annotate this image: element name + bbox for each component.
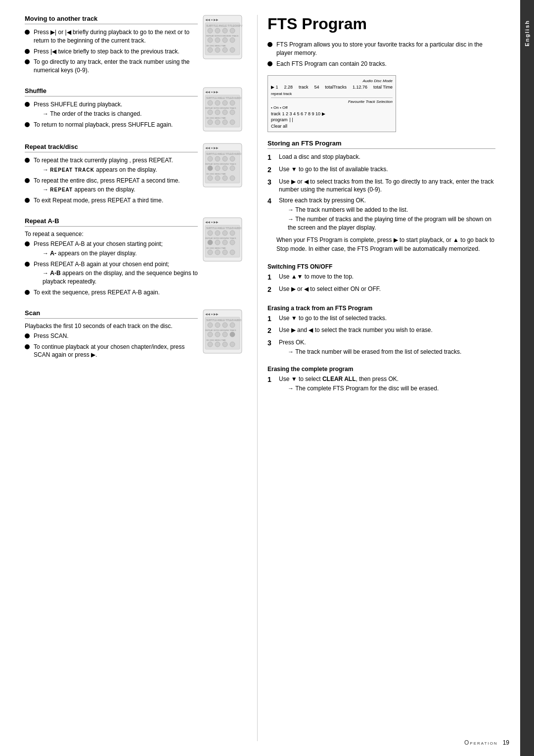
- svg-point-23: [215, 100, 220, 105]
- step-num: 1: [267, 153, 276, 163]
- list-item: Press ▶| or |◀ briefly during playback t…: [25, 28, 198, 45]
- svg-point-9: [208, 38, 213, 43]
- svg-point-4: [208, 28, 213, 33]
- svg-point-61: [230, 231, 235, 236]
- svg-point-69: [215, 250, 220, 255]
- section-moving-to-another-track: Moving to another track Press ▶| or |◀ b…: [25, 15, 242, 77]
- svg-point-86: [208, 342, 213, 347]
- step-text: Load a disc and stop playback.: [279, 153, 360, 161]
- erasing-track-steps: 1 Use ▼ to go to the list of selected tr…: [267, 314, 495, 356]
- svg-point-5: [215, 28, 220, 33]
- svg-point-59: [215, 231, 220, 236]
- list-item: 2 Use ▶ and ◀ to select the track number…: [267, 326, 495, 336]
- bullet-dot: [25, 178, 30, 183]
- section-scan-remote-row: Scan Playbacks the first 10 seconds of e…: [25, 309, 242, 362]
- storing-steps: 1 Load a disc and stop playback. 2 Use ▼…: [267, 153, 495, 232]
- svg-point-34: [222, 120, 227, 125]
- svg-point-78: [222, 323, 227, 328]
- remote-svg-repeat: ◀◀ ● ▶▶ SUBTITLE ANGLE TITLE/D AUDIO REP…: [203, 143, 242, 188]
- svg-text:◀◀ ● ▶▶: ◀◀ ● ▶▶: [205, 221, 219, 224]
- section-erasing-track: Erasing a track from an FTS Program 1 Us…: [267, 305, 495, 356]
- svg-text:SUBTITLE ANGLE TITLE/D AUDIO: SUBTITLE ANGLE TITLE/D AUDIO: [206, 153, 241, 155]
- section-repeat-ab-remote-row: Repeat A-B To repeat a sequence: Press R…: [25, 217, 242, 299]
- svg-point-6: [222, 28, 227, 33]
- fts-program-label: program: [271, 117, 288, 122]
- svg-point-14: [208, 47, 213, 52]
- footer-page-number: 19: [503, 739, 509, 746]
- svg-text:OK DISC MENU TIME: OK DISC MENU TIME: [206, 173, 226, 175]
- page-title: FTS Program: [267, 15, 495, 33]
- repeat-text: Repeat track/disc To repeat the track cu…: [25, 143, 198, 207]
- svg-text:◀◀ ● ▶▶: ◀◀ ● ▶▶: [205, 18, 219, 21]
- bullet-dot: [267, 61, 272, 66]
- bullet-dot: [25, 344, 30, 349]
- fts-track-label: track: [299, 85, 309, 90]
- fts-repeat-track-label: repeat track: [271, 92, 393, 96]
- bullet-text: To continue playback at your chosen chap…: [34, 343, 198, 360]
- svg-point-30: [230, 110, 235, 115]
- svg-point-45: [208, 166, 213, 171]
- fts-intro-bullets: FTS Program allows you to store your fav…: [267, 41, 495, 68]
- svg-point-66: [230, 240, 235, 245]
- svg-point-33: [215, 120, 220, 125]
- step-num: 2: [267, 285, 276, 295]
- shuffle-text: Shuffle Press SHUFFLE during playback. T…: [25, 87, 198, 131]
- small-caps-text: REPEAT: [50, 187, 73, 192]
- note-arrow: The order of the tracks is changed.: [43, 110, 142, 118]
- bullet-text: To repeat the entire disc, press REPEAT …: [34, 177, 180, 194]
- remote-image-moving: ◀◀ ● ▶▶ SUBTITLE ANGLE TITLE/DISP AUDIO …: [203, 15, 242, 61]
- svg-text:OK DISC MENU TIME: OK DISC MENU TIME: [206, 117, 226, 119]
- bullet-text: To go directly to any track, enter the t…: [34, 58, 198, 75]
- side-tab: English: [520, 0, 534, 756]
- bullet-text: To exit Repeat mode, press REPEAT a thir…: [34, 196, 163, 205]
- list-item: To exit Repeat mode, press REPEAT a thir…: [25, 196, 198, 205]
- svg-point-64: [215, 240, 220, 245]
- left-column: Moving to another track Press ▶| or |◀ b…: [25, 15, 257, 741]
- right-column: FTS Program FTS Program allows you to st…: [257, 15, 495, 741]
- remote-svg-shuffle: ◀◀ ● ▶▶ SUBTITLE ANGLE TITLE/D AUDIO REP…: [203, 87, 242, 132]
- remote-svg-moving: ◀◀ ● ▶▶ SUBTITLE ANGLE TITLE/DISP AUDIO …: [203, 15, 242, 59]
- svg-point-16: [222, 47, 227, 52]
- svg-point-58: [208, 231, 213, 236]
- section-storing-fts: Storing an FTS Program 1 Load a disc and…: [267, 140, 495, 253]
- step-text: Use ▶ or ◀ to select tracks from the lis…: [279, 178, 495, 194]
- svg-point-10: [215, 38, 220, 43]
- bullet-text: Press REPEAT A-B again at your chosen en…: [34, 260, 198, 286]
- fts-track-row: track 1 2 3 4 5 6 7 8 9 10 ▶: [271, 111, 393, 116]
- svg-point-82: [215, 332, 220, 337]
- svg-point-41: [215, 156, 220, 161]
- section-repeat-track-disc: Repeat track/disc To repeat the track cu…: [25, 143, 242, 207]
- section-scan: Scan Playbacks the first 10 seconds of e…: [25, 309, 242, 362]
- remote-image-shuffle: ◀◀ ● ▶▶ SUBTITLE ANGLE TITLE/D AUDIO REP…: [203, 87, 242, 133]
- bullet-dot: [267, 42, 272, 47]
- bullet-dot: [25, 158, 30, 163]
- step-num: 1: [267, 273, 276, 283]
- svg-text:REPEAT INTROS BROWSE TRACK: REPEAT INTROS BROWSE TRACK: [206, 35, 239, 37]
- step-text: Press OK. The track number will be erase…: [279, 338, 461, 356]
- list-item: Press REPEAT A-B again at your chosen en…: [25, 260, 198, 286]
- remote-svg-repeat-ab: ◀◀ ● ▶▶ SUBTITLE ANGLE TITLE/D AUDIO REP…: [203, 217, 242, 262]
- list-item: To go directly to any track, enter the t…: [25, 58, 198, 75]
- storing-para: When your FTS Program is complete, press…: [276, 236, 495, 253]
- svg-point-28: [215, 110, 220, 115]
- list-item: Press SHUFFLE during playback. The order…: [25, 100, 198, 118]
- svg-point-42: [222, 156, 227, 161]
- bullet-text: Each FTS Program can contain 20 tracks.: [276, 60, 387, 68]
- erasing-complete-title: Erasing the complete program: [267, 366, 495, 373]
- bullet-dot: [25, 49, 30, 54]
- fts-program-value: | |: [290, 117, 293, 122]
- svg-text:◀◀ ● ▶▶: ◀◀ ● ▶▶: [205, 146, 219, 149]
- erasing-complete-steps: 1 Use ▼ to select CLEAR ALL, then press …: [267, 375, 495, 393]
- svg-text:OK DISC MENU TIME: OK DISC MENU TIME: [206, 247, 226, 249]
- fts-time: 2.28: [284, 85, 293, 90]
- note-arrow: The number of tracks and the playing tim…: [288, 215, 495, 232]
- svg-text:SUBTITLE ANGLE TITLE/DISP AUDI: SUBTITLE ANGLE TITLE/DISP AUDIO: [206, 24, 242, 27]
- svg-text:REPEAT INTRO BROWSE TRACK: REPEAT INTRO BROWSE TRACK: [205, 237, 236, 239]
- bullet-text: To return to normal playback, press SHUF…: [34, 121, 173, 129]
- strong-text: A-B: [50, 270, 60, 277]
- bullet-text: Press ▶| or |◀ briefly during playback t…: [34, 28, 198, 45]
- step-text: Use ▶ or ◀ to select either ON or OFF.: [279, 285, 381, 293]
- fts-favourite-label: Favourite Track Selection: [271, 99, 393, 104]
- section-shuffle-remote-row: Shuffle Press SHUFFLE during playback. T…: [25, 87, 242, 133]
- svg-point-29: [222, 110, 227, 115]
